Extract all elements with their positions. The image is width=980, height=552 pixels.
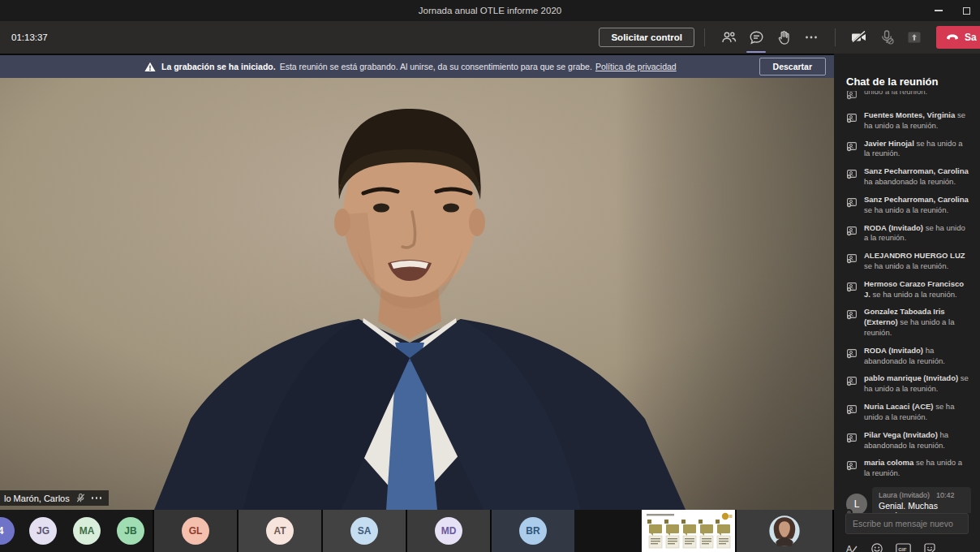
chat-icon [748,29,765,46]
toolbar-divider [835,28,836,46]
privacy-policy-link[interactable]: Política de privacidad [595,62,677,71]
event-participant-name: ALEJANDRO HUERGO LUZ [864,251,965,260]
mic-muted-status-icon [75,493,86,503]
chat-system-event: Nuria Lacaci (ACE) se ha unido a la reun… [846,402,975,423]
minimize-button[interactable] [925,0,952,21]
chat-panel: Chat de la reunión unido a la reunión. [834,54,980,552]
event-participant-name: pablo manrique (Invitado) [864,373,958,382]
participant-joined-icon [846,252,858,264]
message-bubble: Laura (Invitado) 10:42 Genial. Muchas gr… [872,487,971,513]
event-description: se ha unido a la reunión. [864,261,948,270]
leave-button-label: Sa [965,32,977,43]
message-author: Laura (Invitado) [879,491,930,499]
event-participant-name: maria coloma [864,458,913,467]
meeting-toolbar: 01:13:37 Solicitar control [0,21,980,54]
speaker-name-label: lo Marón, Carlos [0,490,109,506]
chat-system-event: RODA (Invitado) ha abandonado la reunión… [846,346,975,367]
dismiss-banner-button[interactable]: Descartar [759,58,826,75]
camera-off-icon [849,28,869,46]
chat-toggle-button[interactable] [744,24,768,50]
participant-tile[interactable]: BR [490,510,574,552]
chat-system-event: RODA (Invitado) se ha unido a la reunión… [846,223,975,244]
participant-tile[interactable]: AT [237,510,321,552]
emoji-icon[interactable] [870,542,883,552]
leave-meeting-button[interactable]: Sa [936,26,980,49]
camera-toggle-button[interactable] [847,24,871,50]
window-title: Jornada anual OTLE informe 2020 [419,6,561,15]
speaker-more-options-icon[interactable] [92,497,102,499]
chat-panel-title: Chat de la reunión [834,54,980,88]
chat-system-event: Sanz Pecharroman, Carolina se ha unido a… [846,195,975,216]
raise-hand-button[interactable] [772,24,796,50]
participant-joined-icon [846,225,858,236]
participant-video-preview [737,510,832,552]
participant-joined-icon [846,168,858,179]
chat-system-event: maria coloma se ha unido a la reunión. [846,458,975,479]
more-options-button[interactable] [799,24,823,50]
chat-system-event: Pilar Vega (Invitado) ha abandonado la r… [846,430,975,451]
maximize-button[interactable] [952,0,980,21]
participant-video-tile[interactable] [735,510,832,552]
participants-button[interactable] [716,24,741,50]
participant-joined-icon [846,196,858,208]
participant-tile[interactable]: SA [321,510,406,552]
share-screen-button[interactable] [902,24,926,50]
chat-system-event: Fuentes Montes, Virginia se ha unido a l… [846,110,975,132]
chat-composer [845,513,969,534]
speaker-video [0,78,834,510]
event-participant-name: Pilar Vega (Invitado) [864,430,938,439]
more-options-icon [804,30,819,45]
warning-icon [144,62,156,72]
shared-slide-preview [643,511,733,550]
participant-tile[interactable]: GL [153,510,237,552]
participant-initials-avatar: GL [182,517,209,545]
event-participant-name: RODA (Invitado) [864,223,923,232]
participant-tile [574,510,642,552]
format-icon[interactable]: A [845,542,858,552]
request-control-button[interactable]: Solicitar control [599,28,694,47]
toolbar-divider [704,28,705,46]
chat-message-list[interactable]: unido a la reunión. Fuentes Montes, Virg… [834,91,980,513]
event-participant-name: Javier Hinojal [864,139,914,148]
participant-initials-avatar: BR [519,517,547,545]
event-participant-name: Fuentes Montes, Virginia [864,110,955,119]
avatar: L [846,494,867,513]
chat-system-event: Javier Hinojal se ha unido a la reunión. [846,139,975,160]
share-screen-icon [905,28,923,46]
participant-initials-avatar: 4 [0,517,15,545]
participant-initials-avatar: JB [117,517,144,545]
chat-system-event: pablo manrique (Invitado) se ha unido a … [846,373,975,395]
participant-joined-icon [846,112,858,123]
chat-system-event: unido a la reunión. [846,91,975,103]
participant-initials-avatar: MA [73,517,101,545]
people-icon [720,29,737,46]
mic-toggle-button[interactable] [875,24,899,50]
meeting-timer: 01:13:37 [11,32,48,42]
gif-icon[interactable]: GIF [896,542,911,552]
raised-hand-icon [776,29,793,46]
event-description: se ha unido a la reunión. [870,290,957,299]
participant-tile[interactable]: MA [65,510,109,552]
new-message-input[interactable] [846,514,968,533]
banner-body-text: Esta reunión se está grabando. Al unirse… [280,62,592,71]
svg-text:GIF: GIF [898,546,907,552]
avatar-initial: L [854,498,860,510]
minimize-icon [935,10,943,11]
participant-joined-icon [846,281,858,292]
participant-tile[interactable]: JG [21,510,65,552]
composer-toolbar: A GIF [845,542,936,552]
event-participant-name: Sanz Pecharroman, Carolina [864,166,969,175]
event-participant-name: RODA (Invitado) [864,346,923,355]
shared-screen-thumbnail[interactable] [642,510,735,552]
speaker-name: lo Marón, Carlos [4,494,70,503]
chat-system-event: Gonzalez Taboada Iris (Externo) se ha un… [846,307,975,338]
participant-initials-avatar: JG [29,517,57,545]
participant-tile[interactable]: 4 [0,510,21,552]
participant-tile[interactable]: JB [109,510,153,552]
participant-initials-avatar: MD [435,517,462,545]
chat-message: L Laura (Invitado) 10:42 Genial. Muchas … [846,487,975,513]
message-time: 10:42 [936,491,955,499]
participant-tile[interactable]: MD [406,510,490,552]
message-text: Genial. Muchas gracias. [879,501,965,513]
sticker-icon[interactable] [923,542,936,552]
